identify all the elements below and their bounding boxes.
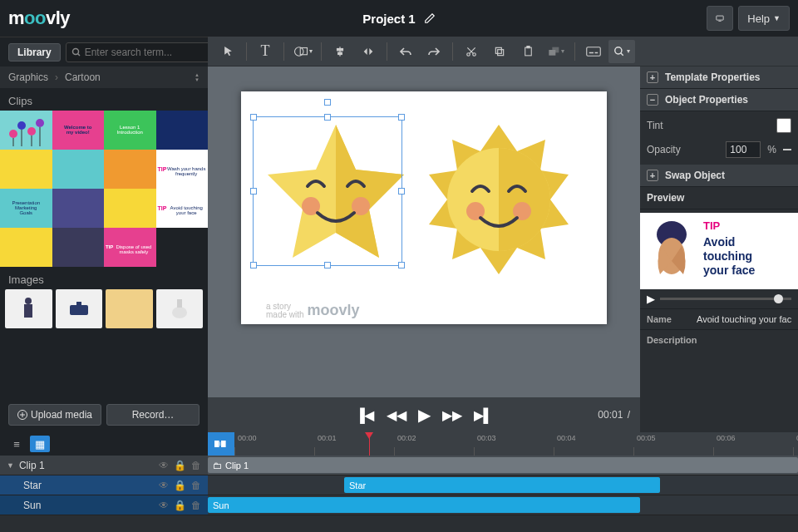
select-tool[interactable] [214, 40, 241, 63]
timeline-row-parent[interactable]: ▼ Clip 1 👁 🔒 🗑 🗀 Clip 1 [0, 456, 798, 475]
visibility-icon[interactable]: 👁 [159, 480, 169, 491]
clip-thumb[interactable]: TIPDispose of used masks safely [104, 228, 156, 267]
help-button[interactable]: Help ▼ [738, 6, 790, 31]
image-thumb[interactable] [156, 289, 204, 328]
collapse-icon[interactable]: − [647, 94, 658, 106]
upload-media-button[interactable]: Upload media [8, 404, 101, 426]
snap-button[interactable] [208, 432, 234, 456]
lock-icon[interactable]: 🔒 [174, 480, 186, 491]
preview-button[interactable] [707, 6, 733, 31]
skip-start-button[interactable]: ▐◀ [355, 407, 374, 423]
resize-handle[interactable] [398, 262, 405, 268]
clip-thumb[interactable] [156, 111, 209, 150]
object-properties-header[interactable]: − Object Properties [640, 89, 798, 111]
lock-icon[interactable]: 🔒 [174, 500, 186, 511]
image-thumb[interactable] [5, 289, 52, 328]
play-button[interactable]: ▶ [418, 405, 431, 425]
preview-play-button[interactable]: ▶ [647, 293, 655, 305]
list-view-button[interactable]: ≡ [7, 436, 27, 452]
clip-thumb[interactable] [104, 150, 156, 189]
preview-thumbnail[interactable]: TIP Avoid touching your face [640, 213, 798, 289]
delete-icon[interactable]: 🗑 [191, 500, 201, 511]
clip-thumb[interactable]: TIPWash your hands frequently [156, 150, 209, 189]
text-tool[interactable]: T [252, 40, 278, 63]
resize-handle[interactable] [324, 262, 331, 268]
record-button[interactable]: Record… [106, 404, 200, 426]
tint-swatch[interactable] [776, 118, 791, 133]
swap-object-header[interactable]: + Swap Object [640, 165, 798, 187]
paste-button[interactable] [515, 40, 541, 63]
sort-icon[interactable]: ▲▼ [195, 72, 200, 82]
subtitle-button[interactable] [580, 40, 607, 63]
skip-end-button[interactable]: ▶▌ [474, 407, 493, 423]
clip-thumb[interactable]: Welcome tomy video! [52, 111, 105, 150]
flip-tool[interactable] [355, 40, 382, 63]
image-thumb[interactable] [56, 289, 103, 328]
clip-thumb[interactable]: PresentationMarketingGoals [0, 189, 52, 228]
resize-handle[interactable] [398, 188, 405, 195]
cut-button[interactable] [458, 40, 485, 63]
align-center-tool[interactable] [327, 40, 353, 63]
timeline-row-star[interactable]: Star 👁 🔒 🗑 Star [0, 475, 798, 495]
playback-time: 00:01 / [598, 409, 632, 421]
clip-thumb[interactable] [52, 228, 105, 267]
undo-button[interactable] [392, 40, 419, 63]
timeline-ruler[interactable]: 00:0000:0100:0200:0300:0400:0500:0600:07 [234, 432, 798, 456]
resize-handle[interactable] [250, 188, 257, 195]
stage[interactable]: a story made with moovly [241, 91, 607, 324]
clip-thumb[interactable]: Lesson 1Introduction [104, 111, 156, 150]
crumb-root[interactable]: Graphics [8, 71, 48, 83]
delete-icon[interactable]: 🗑 [191, 480, 201, 491]
arrange-button[interactable]: ▾ [543, 40, 569, 63]
clip-thumb[interactable] [0, 150, 52, 189]
library-breadcrumb[interactable]: Graphics › Cartoon ▲▼ [0, 66, 208, 88]
shape-tool[interactable]: ▾ [289, 40, 316, 63]
clip-thumb[interactable] [0, 228, 52, 267]
timeline-row-sun[interactable]: Sun 👁 🔒 🗑 Sun [0, 495, 798, 515]
lock-icon[interactable]: 🔒 [174, 460, 186, 471]
template-properties-header[interactable]: + Template Properties [640, 66, 798, 89]
clip-bar-star[interactable]: Star [344, 477, 660, 493]
search-icon [71, 47, 81, 57]
visibility-icon[interactable]: 👁 [159, 460, 169, 471]
rotate-handle[interactable] [324, 99, 331, 106]
crumb-leaf[interactable]: Cartoon [65, 71, 101, 83]
forward-button[interactable]: ▶▶ [442, 407, 462, 423]
collapse-icon[interactable]: ▼ [7, 461, 14, 470]
opacity-slider[interactable] [783, 149, 791, 150]
opacity-input[interactable] [726, 141, 761, 158]
sun-object[interactable] [416, 116, 582, 283]
zoom-button[interactable]: ▾ [608, 40, 635, 63]
clip-bar-sun[interactable]: Sun [208, 497, 640, 513]
resize-handle[interactable] [324, 114, 331, 121]
resize-handle[interactable] [398, 114, 405, 121]
search-input[interactable] [85, 47, 209, 58]
clip-thumb[interactable] [0, 111, 52, 150]
image-thumb[interactable] [106, 289, 153, 328]
canvas-viewport[interactable]: a story made with moovly [208, 66, 640, 397]
svg-rect-0 [717, 16, 723, 20]
library-search[interactable] [66, 42, 215, 62]
copy-button[interactable] [486, 40, 513, 63]
visibility-icon[interactable]: 👁 [159, 500, 169, 511]
clip-thumb[interactable] [104, 189, 156, 228]
resize-handle[interactable] [250, 262, 257, 268]
preview-slider[interactable] [660, 298, 791, 300]
resize-handle[interactable] [250, 114, 257, 121]
clip-folder-bar[interactable]: 🗀 Clip 1 [208, 457, 798, 473]
rewind-button[interactable]: ◀◀ [387, 407, 406, 423]
selection-box[interactable] [253, 116, 402, 266]
library-button[interactable]: Library [8, 43, 61, 62]
svg-point-2 [72, 48, 78, 54]
edit-title-icon[interactable] [424, 12, 436, 24]
grid-view-button[interactable]: ▦ [30, 436, 50, 452]
clip-thumb[interactable] [52, 150, 105, 189]
playhead[interactable] [369, 432, 370, 456]
clip-thumb[interactable] [52, 189, 105, 228]
slider-knob[interactable] [774, 294, 783, 303]
delete-icon[interactable]: 🗑 [191, 460, 201, 471]
expand-icon[interactable]: + [647, 71, 658, 83]
clip-thumb[interactable]: TIPAvoid touching your face [156, 189, 209, 228]
redo-button[interactable] [421, 40, 447, 63]
expand-icon[interactable]: + [647, 170, 658, 181]
